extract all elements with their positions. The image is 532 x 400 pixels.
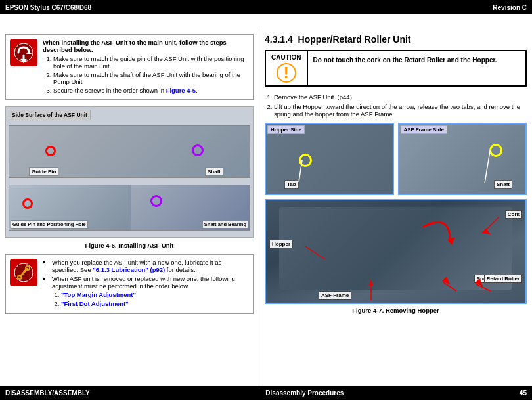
step-1: Remove the ASF Unit. (p44) xyxy=(274,93,527,100)
svg-line-8 xyxy=(305,246,325,259)
adjustment-sub-2: "First Dot Adjustment" xyxy=(61,300,249,307)
caution-text: Do not touch the cork on the Retard Roll… xyxy=(308,51,502,85)
shaft-bearing-label: Shaft and Bearing xyxy=(202,220,248,229)
section-heading: Hopper/Retard Roller Unit xyxy=(298,34,411,45)
removal-steps: Remove the ASF Unit. (p44) Lift up the H… xyxy=(274,93,527,118)
page-footer: DISASSEMBLY/ASSEMBLY Disassembly Procedu… xyxy=(0,386,532,400)
page-header: EPSON Stylus C67/C68/D68 Revision C xyxy=(0,0,532,14)
asf-frame-side-photo: ASF Frame Side Shaft xyxy=(398,123,527,195)
footer-center: Disassembly Procedures xyxy=(265,389,344,397)
reassembly-icon xyxy=(10,39,37,66)
tab-arrow xyxy=(266,124,393,194)
top-photo-row: Hopper Side Tab ASF Frame Side xyxy=(265,123,527,195)
large-hopper-photo: Hopper Cork Spring Retard Roller ASF Fra… xyxy=(265,199,527,304)
large-photo-bg: Hopper Cork Spring Retard Roller ASF Fra… xyxy=(266,200,525,303)
caution-label: CAUTION ! xyxy=(266,51,308,85)
guide-pin-hole-label: Guide Pin and Positioning Hole xyxy=(11,220,88,229)
figure-link: Figure 4-5 xyxy=(166,87,196,94)
reassembly-step-1: Make sure to match the guide pin of the … xyxy=(53,55,249,70)
svg-line-11 xyxy=(443,282,456,291)
guide-pin-circle xyxy=(45,146,56,156)
caution-word: CAUTION xyxy=(271,54,301,61)
adjustment-bullet-1: When you replace the ASF unit with a new… xyxy=(52,259,249,273)
diagram-bottom-photos: Guide Pin and Positioning Hole Shaft and… xyxy=(9,185,250,231)
section-title: 4.3.1.4 Hopper/Retard Roller Unit xyxy=(265,34,527,45)
adjustment-icon xyxy=(10,259,37,286)
caution-exclaim-icon: ! xyxy=(277,63,296,83)
figure-4-6-caption: Figure 4-6. Installing ASF Unit xyxy=(5,242,254,249)
hopper-photo-interior: Tab xyxy=(266,124,393,194)
figure-4-7-caption: Figure 4-7. Removing Hopper xyxy=(265,307,527,314)
top-margin-link: "Top Margin Adjustment" xyxy=(61,291,136,298)
svg-marker-16 xyxy=(369,279,373,286)
svg-line-5 xyxy=(299,160,302,182)
diagram-top-photo: Guide Pin Shaft xyxy=(9,125,250,178)
shaft-circle xyxy=(192,144,204,156)
right-panel: 4.3.1.4 Hopper/Retard Roller Unit CAUTIO… xyxy=(259,29,532,400)
hopper-side-label: Hopper Side xyxy=(267,125,305,134)
adjustment-sub-list: "Top Margin Adjustment" "First Dot Adjus… xyxy=(61,291,249,307)
adjustment-bullet-2: When ASF unit is removed or replaced wit… xyxy=(52,275,249,307)
guide-pin-label: Guide Pin xyxy=(29,167,58,176)
reassembly-step-3: Secure the screws in the order shown in … xyxy=(53,87,249,94)
svg-marker-10 xyxy=(481,228,491,234)
svg-line-6 xyxy=(485,151,490,183)
adjustment-box: When you replace the ASF unit with a new… xyxy=(5,254,254,314)
reassembly-text: When installing the ASF Unit to the main… xyxy=(43,39,249,95)
footer-left: DISASSEMBLY/ASSEMBLY xyxy=(5,389,90,397)
shaft-circle-2 xyxy=(150,195,162,207)
reassembly-title: When installing the ASF Unit to the main… xyxy=(43,39,249,53)
footer-right: 45 xyxy=(520,389,527,397)
bottom-photo-area: Hopper Cork Spring Retard Roller ASF Fra… xyxy=(265,199,527,314)
reassembly-step-2: Make sure to match the shaft of the ASF … xyxy=(53,71,249,85)
shaft-arrow xyxy=(399,124,526,194)
first-dot-link: "First Dot Adjustment" xyxy=(61,300,129,307)
reassembly-steps: Make sure to match the guide pin of the … xyxy=(53,55,249,94)
adjustment-text: When you replace the ASF unit with a new… xyxy=(43,259,249,309)
asf-photo-interior: Shaft xyxy=(399,124,526,194)
svg-marker-12 xyxy=(442,277,450,284)
asf-diagram-box: Side Surface of the ASF Unit Guide Pin S… xyxy=(5,106,254,238)
section-number: 4.3.1.4 xyxy=(265,34,293,45)
adjustment-bullets: When you replace the ASF unit with a new… xyxy=(52,259,249,307)
lubrication-link: "6.1.3 Lubrication" (p92) xyxy=(93,266,165,273)
reassembly-box: When installing the ASF Unit to the main… xyxy=(5,34,254,100)
svg-line-13 xyxy=(476,284,491,291)
header-left: EPSON Stylus C67/C68/D68 xyxy=(5,4,91,11)
shaft-label-top: Shaft xyxy=(205,167,223,176)
diagram-interior: Side Surface of the ASF Unit Guide Pin S… xyxy=(6,107,253,237)
header-right: Revision C xyxy=(493,4,527,11)
diagram-label-side-surface: Side Surface of the ASF Unit xyxy=(9,110,91,120)
hopper-side-photo: Hopper Side Tab xyxy=(265,123,394,195)
guide-pin-circle-2 xyxy=(22,198,33,209)
callout-arrows xyxy=(266,200,525,303)
left-panel: When installing the ASF Unit to the main… xyxy=(0,29,259,400)
content-area: When installing the ASF Unit to the main… xyxy=(0,29,532,400)
caution-box: CAUTION ! Do not touch the cork on the R… xyxy=(265,50,527,87)
asf-frame-label: ASF Frame Side xyxy=(401,125,447,134)
step-2: Lift up the Hopper toward the direction … xyxy=(274,103,527,118)
adjustment-sub-1: "Top Margin Adjustment" xyxy=(61,291,249,298)
